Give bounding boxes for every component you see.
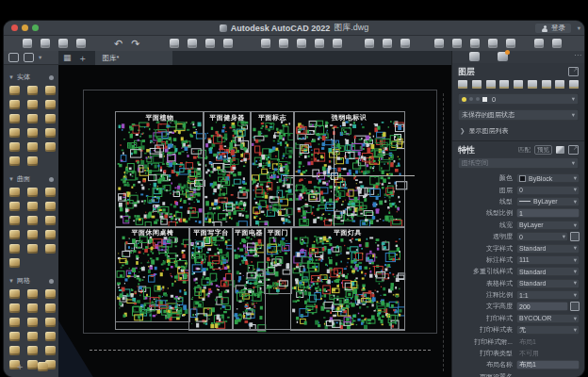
layer-isolate-icon[interactable]	[472, 80, 482, 89]
preview-toggle[interactable]: 预览	[534, 145, 552, 155]
layer-select[interactable]: 0 ▾	[458, 93, 579, 105]
property-dropdown[interactable]: Standard▾	[516, 244, 580, 254]
blocks-icon[interactable]	[506, 39, 515, 48]
save-as-icon[interactable]	[76, 39, 86, 48]
modeling-tool-icon[interactable]	[27, 346, 38, 355]
modeling-tool-icon[interactable]	[27, 332, 38, 341]
modeling-tool-icon[interactable]	[45, 86, 56, 95]
orbit-icon[interactable]	[400, 39, 410, 48]
modeling-tool-icon[interactable]	[45, 216, 56, 225]
modeling-tool-icon[interactable]	[27, 114, 38, 123]
layer-match-icon[interactable]	[528, 80, 537, 89]
modeling-tool-icon[interactable]	[9, 128, 20, 138]
layer-prev-icon[interactable]	[542, 80, 551, 89]
palette-group-icon[interactable]	[24, 53, 34, 62]
modeling-tool-icon[interactable]	[9, 188, 20, 197]
property-dropdown[interactable]: Standard▾	[516, 279, 580, 288]
block-library-section[interactable]: 平面植物	[115, 111, 204, 228]
block-library-section[interactable]: 平面休闲桌椅	[115, 226, 190, 322]
layer-lock-icon[interactable]	[499, 80, 509, 89]
modeling-tool-icon[interactable]	[9, 289, 20, 299]
tool-stack-icon[interactable]	[38, 362, 48, 371]
block-library-section[interactable]: 平面写字台	[188, 226, 234, 331]
modeling-tool-icon[interactable]	[9, 230, 20, 239]
property-input[interactable]: 1	[516, 208, 580, 218]
selection-type-select[interactable]: 图纸空间 ▾	[458, 157, 579, 169]
measure-icon[interactable]	[333, 39, 342, 48]
layer-walk-icon[interactable]	[555, 80, 564, 89]
more-icon[interactable]: ⋯	[574, 51, 581, 59]
property-dropdown[interactable]: 无▾	[516, 325, 580, 335]
palette-section-header[interactable]: ▼实体	[4, 72, 58, 83]
modeling-tool-icon[interactable]	[9, 346, 20, 355]
palette-view-icon[interactable]	[8, 53, 19, 62]
modeling-tool-icon[interactable]	[9, 142, 20, 152]
paste-icon[interactable]	[297, 39, 306, 48]
gear-icon[interactable]	[49, 279, 54, 284]
modeling-tool-icon[interactable]	[27, 86, 38, 95]
modeling-tool-icon[interactable]	[45, 188, 56, 197]
modeling-tool-icon[interactable]	[27, 216, 38, 225]
save-icon[interactable]	[58, 39, 68, 48]
block-library-section[interactable]: 平面健身器	[203, 111, 252, 228]
modeling-tool-icon[interactable]	[45, 346, 56, 355]
modeling-tool-icon[interactable]	[9, 216, 20, 225]
property-dropdown[interactable]: ByBlock▾	[516, 173, 580, 183]
layers-panel-icon[interactable]	[469, 52, 480, 61]
new-tab-button[interactable]: ＋	[78, 54, 88, 63]
layer-merge-icon[interactable]	[569, 80, 579, 89]
layer-state-icon[interactable]	[498, 52, 508, 61]
help-icon[interactable]	[552, 39, 562, 48]
block-library-section[interactable]: 强弱电标识	[293, 111, 405, 228]
modeling-tool-icon[interactable]	[9, 244, 20, 254]
design-center-icon[interactable]	[470, 39, 480, 48]
copy-icon[interactable]	[279, 39, 288, 48]
options-icon[interactable]	[534, 39, 544, 48]
redo-icon[interactable]: ↷	[131, 39, 139, 48]
modeling-tool-icon[interactable]	[45, 332, 56, 341]
modeling-tool-icon[interactable]	[27, 142, 38, 152]
layer-freeze-icon[interactable]	[486, 80, 496, 89]
add-tool-button[interactable]: ＋	[15, 362, 24, 371]
property-dropdown[interactable]: ByLayer▾	[516, 221, 580, 230]
transparency-icon[interactable]	[570, 232, 580, 241]
login-button[interactable]: 登录	[535, 24, 571, 33]
zoom-window-icon[interactable]	[365, 39, 374, 48]
properties-popout-icon[interactable]	[568, 145, 579, 155]
undo-icon[interactable]: ↶	[114, 39, 122, 48]
modeling-tool-icon[interactable]	[45, 128, 56, 138]
layer-properties-icon[interactable]	[434, 39, 444, 48]
modeling-tool-icon[interactable]	[45, 202, 56, 211]
new-icon[interactable]	[23, 39, 32, 48]
match-properties-icon[interactable]	[315, 39, 324, 48]
tool-palettes-icon[interactable]	[488, 39, 498, 48]
property-dropdown[interactable]: Standard▾	[516, 267, 580, 276]
viewport-grid-icon[interactable]: ▦	[63, 54, 72, 62]
modeling-tool-icon[interactable]	[45, 289, 56, 299]
palette-section-header[interactable]: ▼曲面	[4, 173, 58, 185]
plot-preview-icon[interactable]	[188, 39, 197, 48]
modeling-tool-icon[interactable]	[27, 202, 38, 211]
property-dropdown[interactable]: 111▾	[516, 255, 580, 265]
layer-state-select[interactable]: 未保存的图层状态 ▾	[458, 109, 579, 121]
property-input[interactable]: 布局1	[516, 360, 580, 369]
modeling-tool-icon[interactable]	[45, 142, 56, 152]
modeling-tool-icon[interactable]	[9, 318, 20, 327]
drawing-tab[interactable]: 图库*	[95, 51, 172, 65]
match-properties-brush-icon[interactable]	[556, 146, 564, 154]
modeling-tool-icon[interactable]	[9, 86, 20, 95]
modeling-tool-icon[interactable]	[9, 156, 20, 166]
modeling-tool-icon[interactable]	[45, 230, 56, 239]
property-dropdown[interactable]: BYCOLOR▾	[516, 314, 580, 323]
paste-clip-icon[interactable]	[223, 39, 233, 48]
modeling-tool-icon[interactable]	[27, 303, 38, 313]
modeling-tool-icon[interactable]	[27, 318, 38, 327]
modeling-tool-icon[interactable]	[9, 332, 20, 341]
layer-off-icon[interactable]	[458, 80, 467, 89]
modeling-tool-icon[interactable]	[45, 114, 56, 123]
modeling-tool-icon[interactable]	[45, 100, 56, 109]
modeling-tool-icon[interactable]	[27, 289, 38, 299]
block-library-section[interactable]: 平面灯具	[290, 226, 405, 331]
property-dropdown[interactable]: ByLayer▾	[516, 197, 580, 206]
pick-height-icon[interactable]	[570, 302, 580, 311]
